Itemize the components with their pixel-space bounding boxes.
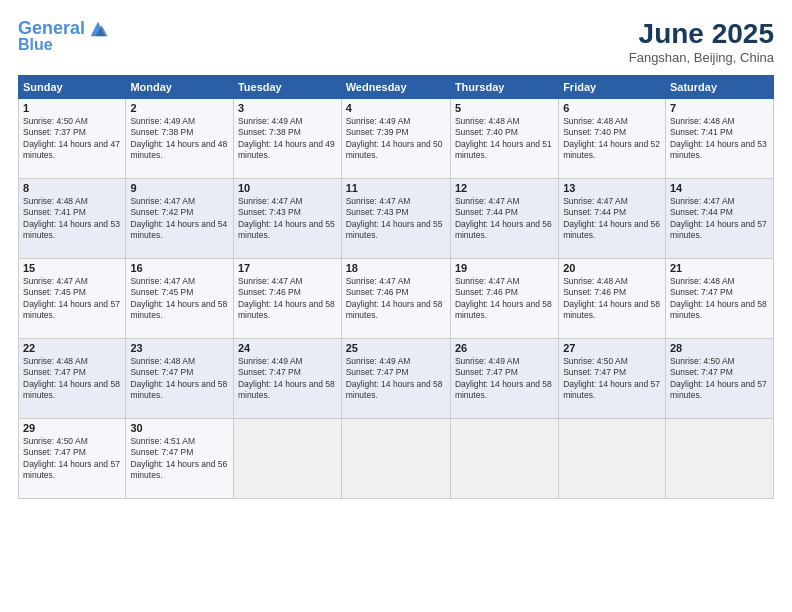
day-info: Sunrise: 4:50 AMSunset: 7:47 PMDaylight:… [563,356,660,400]
header-monday: Monday [126,76,234,99]
day-number: 9 [130,182,229,194]
table-row: 8 Sunrise: 4:48 AMSunset: 7:41 PMDayligh… [19,179,126,259]
day-number: 25 [346,342,446,354]
day-number: 3 [238,102,337,114]
table-row: 10 Sunrise: 4:47 AMSunset: 7:43 PMDaylig… [233,179,341,259]
day-info: Sunrise: 4:47 AMSunset: 7:43 PMDaylight:… [238,196,335,240]
day-info: Sunrise: 4:47 AMSunset: 7:46 PMDaylight:… [346,276,443,320]
day-number: 29 [23,422,121,434]
table-row [233,419,341,499]
logo: General Blue [18,18,115,54]
table-row: 22 Sunrise: 4:48 AMSunset: 7:47 PMDaylig… [19,339,126,419]
day-number: 24 [238,342,337,354]
day-number: 6 [563,102,661,114]
table-row: 19 Sunrise: 4:47 AMSunset: 7:46 PMDaylig… [450,259,558,339]
table-row: 18 Sunrise: 4:47 AMSunset: 7:46 PMDaylig… [341,259,450,339]
day-number: 7 [670,102,769,114]
day-info: Sunrise: 4:47 AMSunset: 7:44 PMDaylight:… [455,196,552,240]
table-row: 21 Sunrise: 4:48 AMSunset: 7:47 PMDaylig… [665,259,773,339]
day-number: 30 [130,422,229,434]
table-row: 27 Sunrise: 4:50 AMSunset: 7:47 PMDaylig… [559,339,666,419]
day-number: 10 [238,182,337,194]
table-row: 15 Sunrise: 4:47 AMSunset: 7:45 PMDaylig… [19,259,126,339]
day-info: Sunrise: 4:48 AMSunset: 7:46 PMDaylight:… [563,276,660,320]
day-number: 21 [670,262,769,274]
day-number: 15 [23,262,121,274]
table-row: 9 Sunrise: 4:47 AMSunset: 7:42 PMDayligh… [126,179,234,259]
logo-icon [87,18,109,40]
table-row: 20 Sunrise: 4:48 AMSunset: 7:46 PMDaylig… [559,259,666,339]
title-block: June 2025 Fangshan, Beijing, China [629,18,774,65]
table-row: 26 Sunrise: 4:49 AMSunset: 7:47 PMDaylig… [450,339,558,419]
day-number: 11 [346,182,446,194]
day-info: Sunrise: 4:51 AMSunset: 7:47 PMDaylight:… [130,436,227,480]
day-info: Sunrise: 4:47 AMSunset: 7:44 PMDaylight:… [670,196,767,240]
day-info: Sunrise: 4:48 AMSunset: 7:47 PMDaylight:… [670,276,767,320]
table-row: 12 Sunrise: 4:47 AMSunset: 7:44 PMDaylig… [450,179,558,259]
location-subtitle: Fangshan, Beijing, China [629,50,774,65]
weekday-header-row: Sunday Monday Tuesday Wednesday Thursday… [19,76,774,99]
day-info: Sunrise: 4:50 AMSunset: 7:37 PMDaylight:… [23,116,120,160]
logo-blue-text: Blue [18,36,53,54]
day-number: 14 [670,182,769,194]
table-row: 17 Sunrise: 4:47 AMSunset: 7:46 PMDaylig… [233,259,341,339]
day-info: Sunrise: 4:47 AMSunset: 7:44 PMDaylight:… [563,196,660,240]
day-info: Sunrise: 4:47 AMSunset: 7:45 PMDaylight:… [23,276,120,320]
day-number: 16 [130,262,229,274]
day-info: Sunrise: 4:47 AMSunset: 7:46 PMDaylight:… [238,276,335,320]
day-number: 17 [238,262,337,274]
day-number: 20 [563,262,661,274]
table-row: 13 Sunrise: 4:47 AMSunset: 7:44 PMDaylig… [559,179,666,259]
table-row: 3 Sunrise: 4:49 AMSunset: 7:38 PMDayligh… [233,99,341,179]
calendar-week-row: 1 Sunrise: 4:50 AMSunset: 7:37 PMDayligh… [19,99,774,179]
day-number: 1 [23,102,121,114]
calendar-week-row: 22 Sunrise: 4:48 AMSunset: 7:47 PMDaylig… [19,339,774,419]
day-number: 13 [563,182,661,194]
table-row: 7 Sunrise: 4:48 AMSunset: 7:41 PMDayligh… [665,99,773,179]
header-saturday: Saturday [665,76,773,99]
day-number: 18 [346,262,446,274]
day-number: 12 [455,182,554,194]
header-thursday: Thursday [450,76,558,99]
day-info: Sunrise: 4:48 AMSunset: 7:40 PMDaylight:… [563,116,660,160]
table-row: 29 Sunrise: 4:50 AMSunset: 7:47 PMDaylig… [19,419,126,499]
day-number: 23 [130,342,229,354]
day-info: Sunrise: 4:47 AMSunset: 7:43 PMDaylight:… [346,196,443,240]
day-info: Sunrise: 4:49 AMSunset: 7:38 PMDaylight:… [238,116,335,160]
table-row: 25 Sunrise: 4:49 AMSunset: 7:47 PMDaylig… [341,339,450,419]
day-number: 27 [563,342,661,354]
calendar-week-row: 15 Sunrise: 4:47 AMSunset: 7:45 PMDaylig… [19,259,774,339]
table-row [341,419,450,499]
day-number: 19 [455,262,554,274]
day-info: Sunrise: 4:50 AMSunset: 7:47 PMDaylight:… [670,356,767,400]
page: General Blue June 2025 Fangshan, Beijing… [0,0,792,612]
day-info: Sunrise: 4:49 AMSunset: 7:39 PMDaylight:… [346,116,443,160]
day-number: 2 [130,102,229,114]
table-row: 4 Sunrise: 4:49 AMSunset: 7:39 PMDayligh… [341,99,450,179]
table-row: 14 Sunrise: 4:47 AMSunset: 7:44 PMDaylig… [665,179,773,259]
day-info: Sunrise: 4:48 AMSunset: 7:41 PMDaylight:… [670,116,767,160]
table-row: 24 Sunrise: 4:49 AMSunset: 7:47 PMDaylig… [233,339,341,419]
day-number: 26 [455,342,554,354]
table-row: 5 Sunrise: 4:48 AMSunset: 7:40 PMDayligh… [450,99,558,179]
day-info: Sunrise: 4:47 AMSunset: 7:45 PMDaylight:… [130,276,227,320]
table-row: 2 Sunrise: 4:49 AMSunset: 7:38 PMDayligh… [126,99,234,179]
table-row [450,419,558,499]
header-sunday: Sunday [19,76,126,99]
day-info: Sunrise: 4:48 AMSunset: 7:47 PMDaylight:… [23,356,120,400]
table-row: 1 Sunrise: 4:50 AMSunset: 7:37 PMDayligh… [19,99,126,179]
table-row [559,419,666,499]
table-row: 28 Sunrise: 4:50 AMSunset: 7:47 PMDaylig… [665,339,773,419]
day-info: Sunrise: 4:48 AMSunset: 7:47 PMDaylight:… [130,356,227,400]
header-tuesday: Tuesday [233,76,341,99]
day-info: Sunrise: 4:48 AMSunset: 7:40 PMDaylight:… [455,116,552,160]
table-row: 23 Sunrise: 4:48 AMSunset: 7:47 PMDaylig… [126,339,234,419]
day-info: Sunrise: 4:50 AMSunset: 7:47 PMDaylight:… [23,436,120,480]
table-row: 11 Sunrise: 4:47 AMSunset: 7:43 PMDaylig… [341,179,450,259]
day-info: Sunrise: 4:48 AMSunset: 7:41 PMDaylight:… [23,196,120,240]
calendar-week-row: 8 Sunrise: 4:48 AMSunset: 7:41 PMDayligh… [19,179,774,259]
table-row: 16 Sunrise: 4:47 AMSunset: 7:45 PMDaylig… [126,259,234,339]
calendar-table: Sunday Monday Tuesday Wednesday Thursday… [18,75,774,499]
day-number: 8 [23,182,121,194]
day-info: Sunrise: 4:47 AMSunset: 7:42 PMDaylight:… [130,196,227,240]
